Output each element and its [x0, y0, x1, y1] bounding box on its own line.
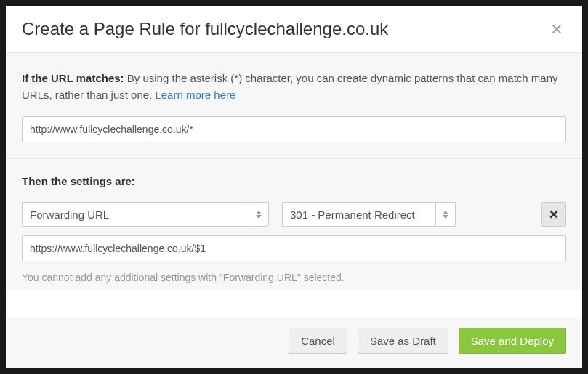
url-match-section: If the URL matches: By using the asteris…: [6, 53, 582, 159]
modal-footer: Cancel Save as Draft Save and Deploy: [6, 317, 582, 368]
intro-strong: If the URL matches:: [22, 72, 124, 84]
setting-select-value[interactable]: [22, 202, 249, 227]
select-arrows-icon[interactable]: [435, 202, 456, 227]
select-arrows-icon[interactable]: [249, 202, 269, 227]
settings-note: You cannot add any additional settings w…: [22, 272, 566, 283]
cancel-button[interactable]: Cancel: [289, 328, 347, 354]
modal-header: Create a Page Rule for fullcyclechalleng…: [6, 6, 582, 53]
settings-section: Then the settings are:: [6, 159, 582, 290]
redirect-type-select[interactable]: [282, 202, 456, 227]
save-draft-button[interactable]: Save as Draft: [358, 328, 448, 354]
modal-title: Create a Page Rule for fullcyclechalleng…: [22, 19, 388, 39]
spacer: [469, 202, 528, 227]
remove-setting-button[interactable]: [541, 202, 566, 227]
destination-url-input[interactable]: [22, 235, 566, 261]
setting-row: [22, 202, 566, 227]
page-rule-modal: Create a Page Rule for fullcyclechalleng…: [6, 6, 582, 368]
save-deploy-button[interactable]: Save and Deploy: [459, 328, 566, 354]
settings-heading: Then the settings are:: [22, 175, 566, 187]
redirect-type-value[interactable]: [282, 202, 435, 227]
modal-body: If the URL matches: By using the asteris…: [6, 53, 582, 317]
learn-more-link[interactable]: Learn more here: [155, 89, 235, 101]
intro-text: If the URL matches: By using the asteris…: [22, 70, 566, 103]
close-icon[interactable]: [547, 20, 566, 38]
url-pattern-input[interactable]: [22, 116, 566, 142]
setting-select[interactable]: [22, 202, 269, 227]
